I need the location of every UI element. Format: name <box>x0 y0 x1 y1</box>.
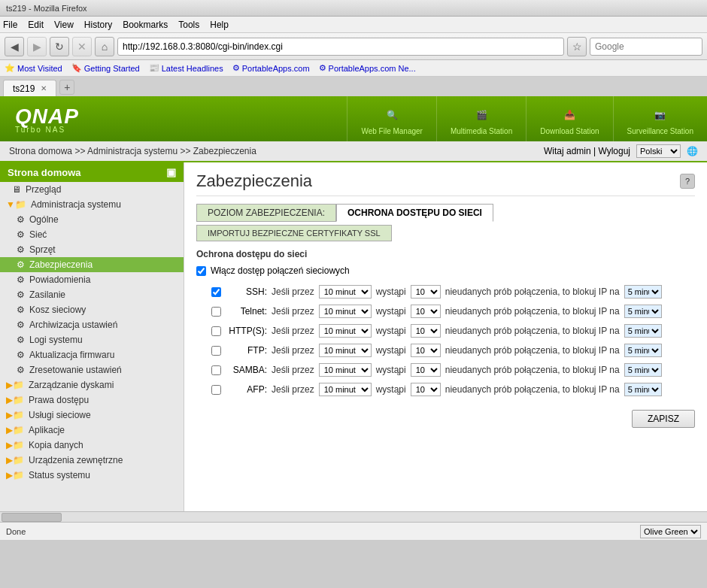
tab-ochrona[interactable]: OCHRONA DOSTĘPU DO SIECI <box>336 204 493 222</box>
samba-count-select[interactable]: 10 <box>411 363 441 377</box>
bookmark-portableapps1[interactable]: ⚙ PortableApps.com <box>232 63 310 73</box>
http-checkbox[interactable] <box>211 326 221 336</box>
tab-close-icon[interactable]: ✕ <box>41 84 47 92</box>
status-right: Olive Green <box>640 525 701 538</box>
tab-poziom[interactable]: POZIOM ZABEZPIECZENIA: <box>196 204 336 222</box>
samba-min-select[interactable]: 5 minu <box>624 363 662 377</box>
lang-select[interactable]: Polski English <box>636 144 681 158</box>
sidebar-item-przeglad[interactable]: 🖥 Przegląd <box>0 182 184 197</box>
menu-edit[interactable]: Edit <box>28 20 44 30</box>
ogolne-icon: ⚙ <box>17 214 25 225</box>
bookmark-star[interactable]: ☆ <box>567 37 587 56</box>
theme-select[interactable]: Olive Green <box>640 525 701 538</box>
forward-button[interactable]: ▶ <box>27 37 47 56</box>
ftp-time-select[interactable]: 10 minut <box>319 344 372 357</box>
ssh-time-select[interactable]: 10 minut <box>319 285 372 299</box>
sidebar-item-logi[interactable]: ⚙ Logi systemu <box>0 332 184 347</box>
nav-download-station[interactable]: 📥 Download Station <box>526 96 612 141</box>
nav-multimedia-station[interactable]: 🎬 Multimedia Station <box>436 96 526 141</box>
sidebar-item-zarzadzanie[interactable]: ▶📁 Zarządzanie dyskami <box>0 377 184 393</box>
h-scrollbar[interactable] <box>0 511 707 522</box>
ftp-min-select[interactable]: 5 minu <box>624 344 662 357</box>
sidebar-item-siec[interactable]: ⚙ Sieć <box>0 227 184 242</box>
bookmark-getting-started[interactable]: 🔖 Getting Started <box>71 63 140 73</box>
telnet-count-select[interactable]: 10 <box>411 305 441 318</box>
menu-help[interactable]: Help <box>210 20 229 30</box>
http-time-select[interactable]: 10 minut <box>319 324 372 338</box>
address-input[interactable] <box>117 38 564 56</box>
bookmark-portableapps2[interactable]: ⚙ PortableApps.com Ne... <box>319 63 416 73</box>
nav-surveillance-station[interactable]: 📷 Surveillance Station <box>613 96 707 141</box>
afp-min-select[interactable]: 5 minu <box>624 383 662 396</box>
ssh-checkbox[interactable] <box>211 287 221 297</box>
aplikacje-label: Aplikacje <box>29 425 65 435</box>
sidebar-close-icon[interactable]: ▣ <box>166 166 176 178</box>
ssh-min-select[interactable]: 5 minu <box>624 285 662 299</box>
sidebar-item-ogolne[interactable]: ⚙ Ogólne <box>0 212 184 227</box>
samba-checkbox[interactable] <box>211 365 221 375</box>
menu-file[interactable]: File <box>3 20 17 30</box>
new-tab-button[interactable]: + <box>59 80 74 95</box>
menu-tools[interactable]: Tools <box>178 20 199 30</box>
sidebar-item-powiadomienia[interactable]: ⚙ Powiadomienia <box>0 272 184 287</box>
tabs-row: POZIOM ZABEZPIECZENIA: OCHRONA DOSTĘPU D… <box>196 204 695 222</box>
menu-history[interactable]: History <box>84 20 112 30</box>
menu-view[interactable]: View <box>54 20 74 30</box>
afp-time-select[interactable]: 10 minut <box>319 383 372 396</box>
http-min-select[interactable]: 5 minu <box>624 324 662 338</box>
main-enable-checkbox[interactable] <box>196 266 206 276</box>
sidebar-item-kopia[interactable]: ▶📁 Kopia danych <box>0 438 184 453</box>
home-button[interactable]: ⌂ <box>95 37 114 56</box>
stop-button[interactable]: ✕ <box>72 37 92 56</box>
telnet-min-select[interactable]: 5 minu <box>624 305 662 318</box>
ssh-count-select[interactable]: 10 <box>411 285 441 299</box>
h-scroll-thumb[interactable] <box>2 513 62 522</box>
sidebar-item-zasilanie[interactable]: ⚙ Zasilanie <box>0 287 184 302</box>
browser-tab[interactable]: ts219 ✕ <box>3 80 56 96</box>
sidebar-item-urzadzenia[interactable]: ▶📁 Urządzenia zewnętrzne <box>0 453 184 468</box>
przeglad-label: Przegląd <box>26 184 61 195</box>
aktualizacja-label: Aktualizacja firmwaru <box>29 350 114 360</box>
menu-bookmarks[interactable]: Bookmarks <box>123 20 168 30</box>
service-row-samba: SAMBA: Jeśli przez 10 minut wystąpi 10 n… <box>211 362 695 378</box>
samba-time-select[interactable]: 10 minut <box>319 363 372 377</box>
sidebar-item-aktualizacja[interactable]: ⚙ Aktualizacja firmwaru <box>0 347 184 362</box>
sidebar-header: Strona domowa ▣ <box>0 162 184 182</box>
reload-button[interactable]: ↻ <box>50 37 69 56</box>
sidebar-item-kosz[interactable]: ⚙ Kosz sieciowy <box>0 302 184 317</box>
sidebar-item-aplikacje[interactable]: ▶📁 Aplikacje <box>0 423 184 438</box>
back-button[interactable]: ◀ <box>5 37 24 56</box>
search-input[interactable] <box>590 38 702 56</box>
sidebar-item-zresetowanie[interactable]: ⚙ Zresetowanie ustawień <box>0 362 184 377</box>
help-button[interactable]: ? <box>680 174 695 189</box>
tab-ssl[interactable]: IMPORTUJ BEZPIECZNE CERTYFIKATY SSL <box>196 225 392 241</box>
telnet-time-select[interactable]: 10 minut <box>319 305 372 318</box>
afp-checkbox[interactable] <box>211 385 221 395</box>
afp-text1: Jeśli przez <box>272 384 314 395</box>
save-button[interactable]: ZAPISZ <box>632 410 695 428</box>
sidebar-item-sprzet[interactable]: ⚙ Sprzęt <box>0 242 184 257</box>
sidebar-item-admin-systemu[interactable]: ▼📁 Administracja systemu <box>0 197 184 212</box>
nav-web-file-manager[interactable]: 🔍 Web File Manager <box>347 96 436 141</box>
http-count-select[interactable]: 10 <box>411 324 441 338</box>
sidebar-item-uslugi[interactable]: ▶📁 Usługi sieciowe <box>0 408 184 423</box>
sidebar-item-zabezpieczenia[interactable]: ⚙ Zabezpieczenia <box>0 257 184 272</box>
bookmark-headlines[interactable]: 📰 Latest Headlines <box>149 63 223 73</box>
afp-text2: wystąpi <box>376 384 406 395</box>
sidebar-item-status[interactable]: ▶📁 Status systemu <box>0 468 184 483</box>
status-label: Status systemu <box>29 470 90 480</box>
ftp-text1: Jeśli przez <box>272 345 314 356</box>
telnet-text1: Jeśli przez <box>272 306 314 317</box>
ftp-checkbox[interactable] <box>211 346 221 356</box>
ssh-text1: Jeśli przez <box>272 286 314 297</box>
telnet-checkbox[interactable] <box>211 307 221 317</box>
aplikacje-folder-icon: ▶📁 <box>6 425 24 435</box>
ftp-label: FTP: <box>226 345 267 356</box>
ftp-count-select[interactable]: 10 <box>411 344 441 357</box>
ftp-text3: nieudanych prób połączenia, to blokuj IP… <box>445 345 620 356</box>
sidebar-item-prawa[interactable]: ▶📁 Prawa dostępu <box>0 393 184 408</box>
afp-count-select[interactable]: 10 <box>411 383 441 396</box>
sidebar-item-archiwizacja[interactable]: ⚙ Archiwizacja ustawień <box>0 317 184 332</box>
bookmark-most-visited[interactable]: ⭐ Most Visited <box>5 63 62 73</box>
browser-title: ts219 - Mozilla Firefox <box>6 4 87 13</box>
